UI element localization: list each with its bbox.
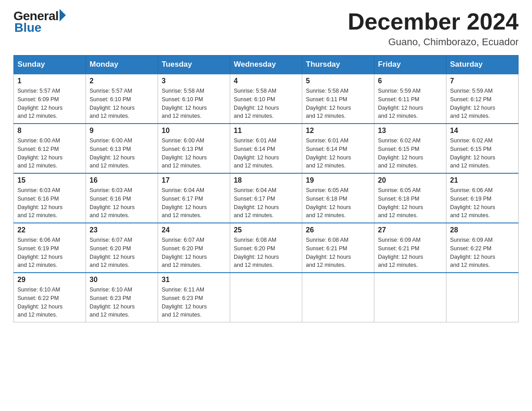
calendar-cell: 26Sunrise: 6:08 AMSunset: 6:21 PMDayligh… (302, 223, 374, 273)
day-number: 20 (378, 176, 442, 184)
day-number: 17 (162, 176, 226, 184)
page-header: General Blue December 2024 Guano, Chimbo… (13, 9, 519, 48)
day-info: Sunrise: 6:07 AMSunset: 6:20 PMDaylight:… (90, 236, 154, 270)
day-info: Sunrise: 6:10 AMSunset: 6:23 PMDaylight:… (90, 286, 154, 319)
calendar-cell: 5Sunrise: 5:58 AMSunset: 6:11 PMDaylight… (302, 74, 374, 124)
day-number: 22 (17, 226, 82, 234)
day-number: 4 (234, 77, 298, 85)
calendar-cell: 3Sunrise: 5:58 AMSunset: 6:10 PMDaylight… (158, 74, 230, 124)
calendar-header-tuesday: Tuesday (158, 56, 230, 74)
calendar-header-saturday: Saturday (446, 56, 519, 74)
logo: General Blue (13, 9, 66, 35)
calendar-cell: 6Sunrise: 5:59 AMSunset: 6:11 PMDaylight… (374, 74, 446, 124)
calendar-header-monday: Monday (86, 56, 158, 74)
calendar-cell: 25Sunrise: 6:08 AMSunset: 6:20 PMDayligh… (230, 223, 302, 273)
day-info: Sunrise: 6:07 AMSunset: 6:20 PMDaylight:… (162, 236, 226, 270)
day-info: Sunrise: 6:00 AMSunset: 6:13 PMDaylight:… (162, 137, 226, 170)
calendar-cell: 22Sunrise: 6:06 AMSunset: 6:19 PMDayligh… (14, 223, 86, 273)
day-info: Sunrise: 6:03 AMSunset: 6:16 PMDaylight:… (90, 186, 154, 220)
day-info: Sunrise: 5:59 AMSunset: 6:12 PMDaylight:… (450, 87, 515, 120)
calendar-cell: 18Sunrise: 6:04 AMSunset: 6:17 PMDayligh… (230, 173, 302, 223)
day-info: Sunrise: 5:57 AMSunset: 6:09 PMDaylight:… (17, 87, 82, 120)
calendar-cell (230, 273, 302, 322)
day-info: Sunrise: 6:09 AMSunset: 6:22 PMDaylight:… (450, 236, 515, 270)
calendar-header-friday: Friday (374, 56, 446, 74)
calendar-cell: 14Sunrise: 6:02 AMSunset: 6:15 PMDayligh… (446, 124, 519, 173)
calendar-cell: 23Sunrise: 6:07 AMSunset: 6:20 PMDayligh… (86, 223, 158, 273)
day-info: Sunrise: 6:06 AMSunset: 6:19 PMDaylight:… (17, 236, 82, 270)
day-info: Sunrise: 6:08 AMSunset: 6:21 PMDaylight:… (306, 236, 370, 270)
calendar-cell: 2Sunrise: 5:57 AMSunset: 6:10 PMDaylight… (86, 74, 158, 124)
day-info: Sunrise: 6:02 AMSunset: 6:15 PMDaylight:… (450, 137, 515, 170)
day-info: Sunrise: 6:03 AMSunset: 6:16 PMDaylight:… (17, 186, 82, 220)
day-info: Sunrise: 6:02 AMSunset: 6:15 PMDaylight:… (378, 137, 442, 170)
day-info: Sunrise: 5:57 AMSunset: 6:10 PMDaylight:… (90, 87, 154, 120)
calendar-cell: 11Sunrise: 6:01 AMSunset: 6:14 PMDayligh… (230, 124, 302, 173)
day-number: 9 (90, 127, 154, 135)
day-info: Sunrise: 6:10 AMSunset: 6:22 PMDaylight:… (17, 286, 82, 319)
day-number: 7 (450, 77, 515, 85)
day-info: Sunrise: 5:58 AMSunset: 6:11 PMDaylight:… (306, 87, 370, 120)
calendar-cell: 4Sunrise: 5:58 AMSunset: 6:10 PMDaylight… (230, 74, 302, 124)
day-number: 8 (17, 127, 82, 135)
calendar-week-row-3: 15Sunrise: 6:03 AMSunset: 6:16 PMDayligh… (14, 173, 519, 223)
day-number: 1 (17, 77, 82, 85)
calendar-header-row: SundayMondayTuesdayWednesdayThursdayFrid… (14, 56, 519, 74)
calendar-cell: 13Sunrise: 6:02 AMSunset: 6:15 PMDayligh… (374, 124, 446, 173)
day-number: 13 (378, 127, 442, 135)
calendar-cell: 7Sunrise: 5:59 AMSunset: 6:12 PMDaylight… (446, 74, 519, 124)
day-info: Sunrise: 6:04 AMSunset: 6:17 PMDaylight:… (162, 186, 226, 220)
calendar-cell: 17Sunrise: 6:04 AMSunset: 6:17 PMDayligh… (158, 173, 230, 223)
calendar-cell: 21Sunrise: 6:06 AMSunset: 6:19 PMDayligh… (446, 173, 519, 223)
calendar-week-row-1: 1Sunrise: 5:57 AMSunset: 6:09 PMDaylight… (14, 74, 519, 124)
day-number: 21 (450, 176, 515, 184)
logo-arrow-icon (60, 9, 66, 21)
day-number: 31 (162, 276, 226, 284)
day-number: 16 (90, 176, 154, 184)
calendar-header-thursday: Thursday (302, 56, 374, 74)
calendar-cell: 16Sunrise: 6:03 AMSunset: 6:16 PMDayligh… (86, 173, 158, 223)
calendar-cell: 9Sunrise: 6:00 AMSunset: 6:13 PMDaylight… (86, 124, 158, 173)
day-number: 24 (162, 226, 226, 234)
day-number: 30 (90, 276, 154, 284)
day-number: 14 (450, 127, 515, 135)
calendar-cell: 1Sunrise: 5:57 AMSunset: 6:09 PMDaylight… (14, 74, 86, 124)
calendar-cell: 29Sunrise: 6:10 AMSunset: 6:22 PMDayligh… (14, 273, 86, 322)
day-info: Sunrise: 6:08 AMSunset: 6:20 PMDaylight:… (234, 236, 298, 270)
calendar-cell: 24Sunrise: 6:07 AMSunset: 6:20 PMDayligh… (158, 223, 230, 273)
calendar-cell (446, 273, 519, 322)
calendar-cell: 15Sunrise: 6:03 AMSunset: 6:16 PMDayligh… (14, 173, 86, 223)
day-number: 29 (17, 276, 82, 284)
calendar-cell (302, 273, 374, 322)
day-number: 23 (90, 226, 154, 234)
calendar-header-sunday: Sunday (14, 56, 86, 74)
calendar-cell: 8Sunrise: 6:00 AMSunset: 6:12 PMDaylight… (14, 124, 86, 173)
calendar-week-row-2: 8Sunrise: 6:00 AMSunset: 6:12 PMDaylight… (14, 124, 519, 173)
calendar-week-row-4: 22Sunrise: 6:06 AMSunset: 6:19 PMDayligh… (14, 223, 519, 273)
calendar-week-row-5: 29Sunrise: 6:10 AMSunset: 6:22 PMDayligh… (14, 273, 519, 322)
day-number: 26 (306, 226, 370, 234)
day-info: Sunrise: 6:09 AMSunset: 6:21 PMDaylight:… (378, 236, 442, 270)
calendar-cell: 12Sunrise: 6:01 AMSunset: 6:14 PMDayligh… (302, 124, 374, 173)
calendar-cell: 10Sunrise: 6:00 AMSunset: 6:13 PMDayligh… (158, 124, 230, 173)
calendar-subtitle: Guano, Chimborazo, Ecuador (348, 36, 519, 48)
day-number: 25 (234, 226, 298, 234)
day-info: Sunrise: 6:01 AMSunset: 6:14 PMDaylight:… (234, 137, 298, 170)
day-info: Sunrise: 5:58 AMSunset: 6:10 PMDaylight:… (162, 87, 226, 120)
day-info: Sunrise: 6:04 AMSunset: 6:17 PMDaylight:… (234, 186, 298, 220)
day-number: 19 (306, 176, 370, 184)
day-number: 11 (234, 127, 298, 135)
day-info: Sunrise: 6:06 AMSunset: 6:19 PMDaylight:… (450, 186, 515, 220)
calendar-cell: 27Sunrise: 6:09 AMSunset: 6:21 PMDayligh… (374, 223, 446, 273)
day-number: 2 (90, 77, 154, 85)
day-number: 6 (378, 77, 442, 85)
day-number: 15 (17, 176, 82, 184)
calendar-cell: 20Sunrise: 6:05 AMSunset: 6:18 PMDayligh… (374, 173, 446, 223)
day-info: Sunrise: 6:05 AMSunset: 6:18 PMDaylight:… (306, 186, 370, 220)
day-info: Sunrise: 6:01 AMSunset: 6:14 PMDaylight:… (306, 137, 370, 170)
day-info: Sunrise: 6:00 AMSunset: 6:13 PMDaylight:… (90, 137, 154, 170)
title-section: December 2024 Guano, Chimborazo, Ecuador (348, 9, 519, 48)
calendar-cell (374, 273, 446, 322)
calendar-table: SundayMondayTuesdayWednesdayThursdayFrid… (13, 55, 519, 322)
day-info: Sunrise: 5:59 AMSunset: 6:11 PMDaylight:… (378, 87, 442, 120)
